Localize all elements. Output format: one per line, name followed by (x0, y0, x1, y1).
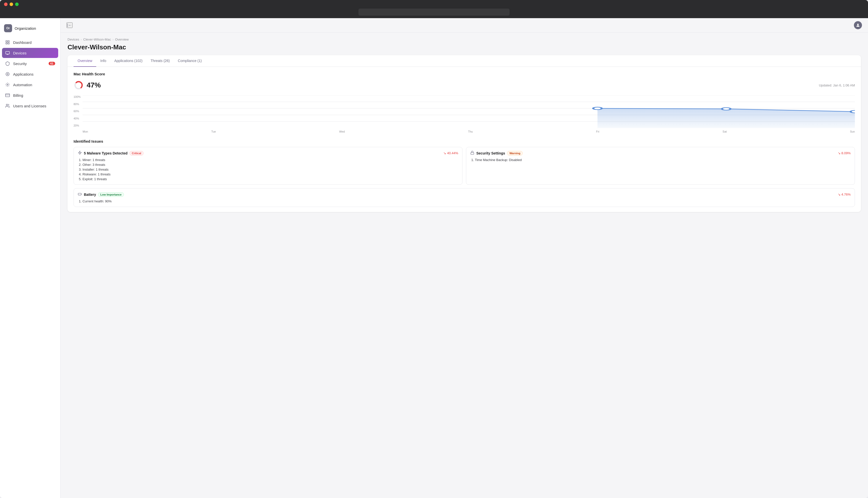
sidebar-label-security: Security (13, 62, 27, 66)
security-settings-badge: Warning (507, 151, 523, 156)
svg-rect-2 (8, 43, 9, 44)
malware-name: 5 Malware Types Detected (84, 151, 127, 155)
devices-icon (5, 50, 10, 55)
svg-point-6 (7, 74, 8, 75)
sidebar-label-devices: Devices (13, 51, 26, 55)
minimize-button[interactable] (10, 2, 13, 6)
battery-pct: ↘ 4.76% (838, 193, 851, 196)
security-icon (5, 61, 10, 66)
issue-header-malware: 5 Malware Types Detected Critical ↘ 40.4… (78, 151, 458, 156)
issue-header-left-security: Security Settings Warning (470, 151, 523, 156)
app-container: Or Organization Dashboard Devices (0, 18, 868, 498)
x-label-mon: Mon (83, 130, 88, 133)
breadcrumb-sep-2: › (112, 38, 113, 41)
svg-point-10 (6, 104, 8, 106)
svg-rect-4 (6, 51, 10, 54)
malware-badge: Critical (130, 151, 143, 156)
sidebar-label-billing: Billing (13, 93, 23, 97)
users-icon (5, 103, 10, 108)
svg-rect-0 (6, 41, 7, 42)
org-initials: Or (6, 26, 10, 30)
x-label-sun: Sun (850, 130, 855, 133)
security-settings-pct: ↘ 8.09% (838, 151, 851, 155)
maximize-button[interactable] (15, 2, 19, 6)
issue-card-security: Security Settings Warning ↘ 8.09% 1. Tim… (466, 147, 855, 185)
battery-name: Battery (84, 193, 96, 197)
sidebar-item-automation[interactable]: Automation (2, 80, 58, 90)
page-content: Devices › Clever-Wilson-Mac › Overview C… (60, 32, 868, 498)
address-bar[interactable] (358, 9, 510, 16)
sidebar-nav: Dashboard Devices Security 61 (0, 37, 60, 111)
svg-point-22 (851, 110, 855, 113)
tab-info[interactable]: Info (96, 55, 110, 67)
malware-pct: ↘ 40.44% (443, 151, 458, 155)
breadcrumb-current: Overview (115, 38, 129, 41)
user-avatar[interactable] (854, 21, 862, 29)
sidebar-label-automation: Automation (13, 83, 32, 87)
svg-marker-23 (78, 151, 81, 154)
breadcrumb-device-name[interactable]: Clever-Wilson-Mac (83, 38, 111, 41)
org-header[interactable]: Or Organization (0, 22, 60, 37)
issue-card-battery: Battery Low Importance ↘ 4.76% 1. Curren… (73, 188, 855, 207)
applications-icon (5, 71, 10, 77)
collapse-sidebar-button[interactable]: |← (67, 23, 72, 28)
page-title: Clever-Wilson-Mac (68, 43, 861, 51)
svg-point-5 (6, 72, 9, 76)
svg-point-7 (7, 84, 8, 86)
list-item: 2. Other: 3 threats (78, 163, 458, 167)
health-chart (83, 95, 855, 128)
sidebar-label-dashboard: Dashboard (13, 40, 31, 44)
svg-point-21 (722, 108, 731, 110)
sidebar-label-users: Users and Licenses (13, 104, 46, 108)
y-label-60: 60% (73, 110, 83, 113)
breadcrumb-sep-1: › (81, 38, 82, 41)
breadcrumb: Devices › Clever-Wilson-Mac › Overview (68, 38, 861, 41)
health-updated: Updated: Jan 6, 1:06 AM (819, 83, 855, 87)
health-section: Mac Health Score 47% (68, 67, 861, 90)
x-label-wed: Wed (339, 130, 345, 133)
sidebar-item-billing[interactable]: Billing (2, 90, 58, 100)
issue-header-security: Security Settings Warning ↘ 8.09% (470, 151, 851, 156)
svg-rect-24 (471, 153, 474, 154)
sidebar-item-dashboard[interactable]: Dashboard (2, 37, 58, 48)
y-label-80: 80% (73, 103, 83, 106)
y-label-20: 20% (73, 124, 83, 127)
sidebar-item-security[interactable]: Security 61 (2, 58, 58, 68)
sidebar-item-users[interactable]: Users and Licenses (2, 101, 58, 111)
y-label-40: 40% (73, 117, 83, 120)
svg-rect-25 (78, 193, 81, 195)
browser-chrome (0, 0, 868, 18)
sidebar-item-applications[interactable]: Applications (2, 69, 58, 79)
list-item: 1. Time Machine Backup: Disabled (470, 158, 851, 162)
sidebar: Or Organization Dashboard Devices (0, 18, 60, 498)
x-label-fri: Fri (596, 130, 599, 133)
security-badge: 61 (49, 62, 55, 65)
y-label-100: 100% (73, 95, 83, 98)
chart-container: 100% 80% 60% 40% 20% (68, 93, 861, 135)
traffic-lights (4, 2, 864, 6)
sidebar-label-applications: Applications (13, 72, 33, 76)
issue-header-left-battery: Battery Low Importance (78, 192, 124, 197)
tab-applications[interactable]: Applications (102) (110, 55, 147, 67)
close-button[interactable] (4, 2, 8, 6)
health-score-left: 47% (73, 80, 101, 90)
tab-threats[interactable]: Threats (26) (147, 55, 174, 67)
tab-overview[interactable]: Overview (73, 55, 96, 67)
svg-point-20 (593, 107, 602, 110)
issues-section: Identified Issues 5 Malware Types Detect… (68, 135, 861, 212)
issue-header-left-malware: 5 Malware Types Detected Critical (78, 151, 144, 156)
battery-badge: Low Importance (98, 192, 124, 197)
breadcrumb-devices[interactable]: Devices (68, 38, 79, 41)
battery-icon (78, 192, 82, 197)
x-label-sat: Sat (723, 130, 727, 133)
malware-list: 1. Miner: 1 threats 2. Other: 3 threats … (78, 158, 458, 181)
tabs: Overview Info Applications (102) Threats… (68, 55, 861, 67)
list-item: 3. Installer: 1 threats (78, 168, 458, 171)
x-label-tue: Tue (211, 130, 216, 133)
svg-rect-8 (5, 94, 10, 97)
list-item: 4. Riskware: 1 threats (78, 172, 458, 176)
tab-compliance[interactable]: Compliance (1) (174, 55, 206, 67)
main-card: Overview Info Applications (102) Threats… (68, 55, 861, 212)
sidebar-item-devices[interactable]: Devices (2, 48, 58, 58)
health-title: Mac Health Score (73, 72, 855, 76)
